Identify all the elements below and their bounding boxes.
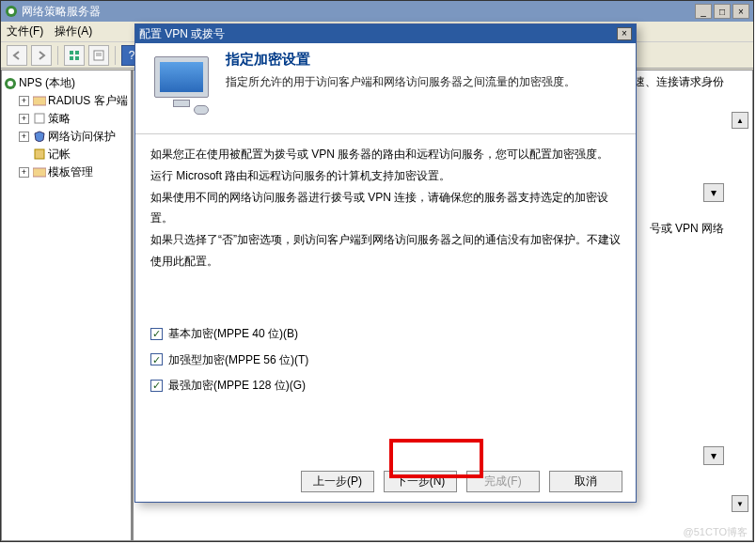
checkbox-label: 最强加密(MPPE 128 位)(G) <box>168 375 306 396</box>
svg-rect-14 <box>33 168 46 177</box>
menu-action[interactable]: 操作(A) <box>55 23 92 39</box>
content-text-mid: 号或 VPN 网络 <box>650 221 724 237</box>
menu-file[interactable]: 文件(F) <box>7 23 43 39</box>
checkbox-label: 加强型加密(MPPE 56 位)(T) <box>168 350 308 371</box>
svg-rect-13 <box>35 149 44 159</box>
tree-item-radius[interactable]: + RADIUS 客户端 <box>19 92 129 110</box>
watermark: @51CTO博客 <box>684 525 748 539</box>
toolbar-separator <box>115 46 116 65</box>
expand-icon[interactable]: + <box>19 132 29 142</box>
tree-item-policy[interactable]: + 策略 <box>19 110 129 128</box>
nps-icon <box>4 77 17 90</box>
tree-root-label: NPS (本地) <box>19 75 75 91</box>
scroll-up-button[interactable]: ▲ <box>732 112 748 129</box>
dropdown-button[interactable]: ▾ <box>703 183 724 202</box>
tree-item-label: 模板管理 <box>48 164 93 180</box>
tree-item-label: 记帐 <box>48 147 71 163</box>
tree-root[interactable]: NPS (本地) <box>4 74 129 92</box>
next-button[interactable]: 下一步(N) <box>384 471 457 492</box>
tree-item-label: 网络访问保护 <box>48 129 116 145</box>
dialog-heading: 指定加密设置 <box>226 51 575 69</box>
close-button[interactable]: × <box>732 4 749 19</box>
folder-icon <box>33 166 46 179</box>
computer-icon <box>149 51 216 117</box>
expand-icon[interactable]: + <box>19 167 29 178</box>
book-icon <box>33 148 46 162</box>
svg-point-1 <box>8 8 14 14</box>
shield-icon <box>33 131 46 144</box>
encryption-options: ✓ 基本加密(MPPE 40 位)(B) ✓ 加强型加密(MPPE 56 位)(… <box>150 323 621 396</box>
content-text-top: 速、连接请求身份 <box>634 74 724 90</box>
svg-rect-11 <box>33 97 46 105</box>
dialog-title: 配置 VPN 或拨号 <box>139 26 617 42</box>
checkbox-label: 基本加密(MPPE 40 位)(B) <box>168 323 298 345</box>
svg-rect-3 <box>75 51 79 54</box>
minimize-button[interactable]: _ <box>695 4 712 19</box>
svg-rect-4 <box>70 56 73 60</box>
dialog-header-text: 指定加密设置 指定所允许的用于访问客户端和网络访问服务器之间流量的加密强度。 <box>226 51 575 117</box>
properties-icon[interactable] <box>88 45 109 66</box>
dialog-header: 指定加密设置 指定所允许的用于访问客户端和网络访问服务器之间流量的加密强度。 <box>135 43 636 134</box>
svg-rect-12 <box>35 114 44 123</box>
scroll-down-button[interactable]: ▼ <box>732 495 748 512</box>
expand-icon[interactable]: + <box>19 114 29 124</box>
dialog-close-button[interactable]: × <box>617 27 632 40</box>
checkbox-checked-icon: ✓ <box>150 380 163 392</box>
svg-rect-5 <box>75 56 79 60</box>
dialog-buttons: 上一步(P) 下一步(N) 完成(F) 取消 <box>301 471 622 492</box>
dialog-paragraph: 如果您正在使用被配置为拨号或 VPN 服务器的路由和远程访问服务，您可以配置加密… <box>150 144 621 165</box>
svg-rect-2 <box>70 51 73 54</box>
app-icon <box>5 5 18 18</box>
checkbox-checked-icon: ✓ <box>150 328 163 340</box>
dialog-titlebar: 配置 VPN 或拨号 × <box>135 24 636 43</box>
dropdown-button[interactable]: ▾ <box>703 446 724 465</box>
tree-item-accounting[interactable]: 记帐 <box>19 146 129 163</box>
maximize-button[interactable]: □ <box>714 4 731 19</box>
main-titlebar: 网络策略服务器 _ □ × <box>1 1 753 22</box>
wizard-dialog: 配置 VPN 或拨号 × 指定加密设置 指定所允许的用于访问客户端和网络访问服务… <box>134 23 637 503</box>
finish-button: 完成(F) <box>466 471 540 492</box>
svg-point-10 <box>8 81 13 86</box>
dialog-paragraph: 如果只选择了“否”加密选项，则访问客户端到网络访问服务器之间的通信没有加密保护。… <box>150 229 621 272</box>
back-button[interactable]: 上一步(P) <box>301 471 374 492</box>
dialog-paragraph: 如果使用不同的网络访问服务器进行拨号或 VPN 连接，请确保您的服务器支持选定的… <box>150 187 621 230</box>
checkbox-basic-encryption[interactable]: ✓ 基本加密(MPPE 40 位)(B) <box>150 323 621 345</box>
dialog-paragraph: 运行 Microsoft 路由和远程访问服务的计算机支持加密设置。 <box>150 165 621 187</box>
policy-icon <box>33 113 46 126</box>
main-title: 网络策略服务器 <box>22 4 695 20</box>
tree-pane: NPS (本地) + RADIUS 客户端 + 策略 + 网络访问保护 <box>1 70 133 541</box>
toolbar-separator <box>57 46 58 65</box>
tree-item-label: RADIUS 客户端 <box>48 93 128 109</box>
checkbox-checked-icon: ✓ <box>150 353 163 365</box>
checkbox-strong-encryption[interactable]: ✓ 加强型加密(MPPE 56 位)(T) <box>150 350 621 371</box>
dialog-subheading: 指定所允许的用于访问客户端和网络访问服务器之间流量的加密强度。 <box>226 74 575 90</box>
expand-icon[interactable]: + <box>19 96 29 106</box>
tree-item-templates[interactable]: + 模板管理 <box>19 163 129 181</box>
tree-item-nap[interactable]: + 网络访问保护 <box>19 128 129 146</box>
tree-item-label: 策略 <box>48 111 71 127</box>
back-icon[interactable] <box>7 45 27 66</box>
forward-icon[interactable] <box>31 45 52 66</box>
folder-icon <box>33 95 46 108</box>
view-icon[interactable] <box>64 45 85 66</box>
main-window: 网络策略服务器 _ □ × 文件(F) 操作(A) ? NPS (本地) + <box>0 0 754 542</box>
dialog-body: 如果您正在使用被配置为拨号或 VPN 服务器的路由和远程访问服务，您可以配置加密… <box>135 134 636 411</box>
window-controls: _ □ × <box>695 4 749 19</box>
cancel-button[interactable]: 取消 <box>549 471 622 492</box>
checkbox-strongest-encryption[interactable]: ✓ 最强加密(MPPE 128 位)(G) <box>150 375 621 396</box>
